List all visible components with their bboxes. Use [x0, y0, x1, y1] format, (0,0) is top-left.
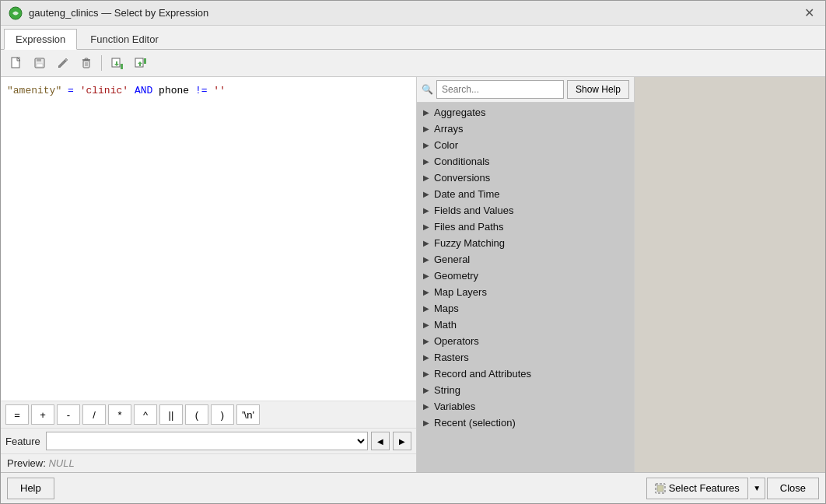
op-power-button[interactable]: ^: [134, 404, 157, 425]
feature-label: Feature: [5, 436, 43, 447]
function-group-label: Rasters: [434, 352, 469, 363]
function-group-item[interactable]: ▶Variables: [417, 398, 634, 415]
function-group-label: Arrays: [434, 123, 464, 135]
expand-arrow: ▶: [423, 402, 431, 411]
expand-arrow: ▶: [423, 337, 431, 345]
expand-arrow: ▶: [423, 320, 431, 329]
feature-next-button[interactable]: ▶: [393, 432, 411, 450]
operator-bar: = + - / * ^ || ( ) '\n': [1, 401, 416, 429]
op-minus-button[interactable]: -: [57, 404, 80, 425]
function-group-item[interactable]: ▶Date and Time: [417, 186, 634, 202]
new-button[interactable]: [5, 53, 27, 73]
function-group-label: Aggregates: [434, 107, 486, 118]
window-close-button[interactable]: ✕: [801, 5, 817, 20]
expand-arrow: ▶: [423, 190, 431, 198]
right-panel: [635, 77, 825, 472]
preview-value: NULL: [48, 457, 74, 469]
function-group-item[interactable]: ▶Map Layers: [417, 284, 634, 300]
preview-label: Preview:: [7, 457, 46, 469]
feature-prev-button[interactable]: ◀: [371, 432, 390, 450]
select-features-dropdown-button[interactable]: ▼: [750, 478, 765, 499]
function-group-label: Files and Paths: [434, 221, 504, 233]
new-icon: [10, 57, 23, 69]
function-list: ▶Aggregates▶Arrays▶Color▶Conditionals▶Co…: [417, 103, 634, 472]
tab-bar: Expression Function Editor: [1, 26, 825, 50]
function-group-item[interactable]: ▶Conversions: [417, 170, 634, 186]
function-group-label: String: [434, 384, 460, 396]
expand-arrow: ▶: [423, 418, 431, 427]
expand-arrow: ▶: [423, 271, 431, 280]
toolbar: [1, 50, 825, 77]
expand-arrow: ▶: [423, 157, 431, 166]
op-lparen-button[interactable]: (: [185, 404, 208, 425]
svg-rect-11: [121, 64, 123, 69]
function-group-label: Date and Time: [434, 188, 500, 200]
expand-arrow: ▶: [423, 222, 431, 231]
svg-rect-5: [83, 61, 89, 68]
export-button[interactable]: [129, 53, 151, 73]
svg-rect-15: [657, 485, 663, 492]
tab-expression[interactable]: Expression: [4, 29, 77, 50]
app-icon: [9, 6, 23, 20]
function-group-item[interactable]: ▶Recent (selection): [417, 415, 634, 431]
help-button[interactable]: Help: [7, 478, 54, 499]
main-window: gauteng_clinics — Select by Expression ✕…: [0, 0, 826, 504]
expand-arrow: ▶: [423, 386, 431, 394]
preview-bar: Preview: NULL: [1, 454, 416, 472]
show-help-button[interactable]: Show Help: [567, 80, 629, 99]
function-group-item[interactable]: ▶Conditionals: [417, 153, 634, 170]
delete-icon: [80, 57, 93, 69]
function-group-item[interactable]: ▶Fields and Values: [417, 202, 634, 219]
svg-rect-3: [37, 58, 41, 61]
expand-arrow: ▶: [423, 124, 431, 133]
export-icon: [134, 57, 146, 69]
toolbar-separator: [101, 55, 102, 71]
op-plus-button[interactable]: +: [31, 404, 54, 425]
function-group-item[interactable]: ▶Rasters: [417, 349, 634, 366]
feature-bar: Feature ◀ ▶: [1, 429, 416, 454]
expand-arrow: ▶: [423, 141, 431, 149]
function-group-item[interactable]: ▶Color: [417, 137, 634, 153]
import-icon: [110, 57, 123, 69]
expand-arrow: ▶: [423, 108, 431, 117]
function-group-item[interactable]: ▶Fuzzy Matching: [417, 235, 634, 251]
op-concat-button[interactable]: ||: [159, 404, 183, 425]
search-input[interactable]: [436, 80, 564, 99]
delete-button[interactable]: [75, 53, 97, 73]
function-group-item[interactable]: ▶Arrays: [417, 121, 634, 137]
function-group-label: Color: [434, 139, 458, 151]
select-features-button[interactable]: Select Features: [646, 478, 748, 499]
function-group-label: Fuzzy Matching: [434, 237, 505, 249]
op-newline-button[interactable]: '\n': [236, 404, 260, 425]
function-group-item[interactable]: ▶Maps: [417, 300, 634, 317]
svg-rect-7: [85, 58, 88, 60]
function-group-item[interactable]: ▶Math: [417, 317, 634, 333]
function-group-label: Math: [434, 319, 457, 331]
svg-rect-4: [37, 64, 43, 67]
function-group-label: Variables: [434, 401, 475, 412]
function-group-item[interactable]: ▶Geometry: [417, 268, 634, 284]
op-divide-button[interactable]: /: [82, 404, 106, 425]
function-group-item[interactable]: ▶General: [417, 251, 634, 268]
function-group-label: Fields and Values: [434, 205, 513, 216]
import-button[interactable]: [106, 53, 128, 73]
function-group-item[interactable]: ▶Aggregates: [417, 104, 634, 121]
expand-arrow: ▶: [423, 173, 431, 182]
function-group-label: Record and Attributes: [434, 368, 531, 380]
function-group-item[interactable]: ▶Operators: [417, 333, 634, 349]
edit-button[interactable]: [52, 53, 74, 73]
edit-icon: [57, 57, 69, 69]
function-group-label: Maps: [434, 303, 459, 314]
expression-area[interactable]: "amenity" = 'clinic' AND phone != '': [1, 77, 416, 401]
close-button[interactable]: Close: [767, 478, 819, 499]
function-group-item[interactable]: ▶Record and Attributes: [417, 366, 634, 382]
function-group-item[interactable]: ▶Files and Paths: [417, 219, 634, 235]
feature-dropdown[interactable]: [46, 432, 368, 450]
function-group-item[interactable]: ▶String: [417, 382, 634, 398]
op-rparen-button[interactable]: ): [211, 404, 234, 425]
save-button[interactable]: [29, 53, 51, 73]
op-multiply-button[interactable]: *: [108, 404, 131, 425]
tab-function-editor[interactable]: Function Editor: [79, 29, 170, 49]
op-equals-button[interactable]: =: [5, 404, 29, 425]
expand-arrow: ▶: [423, 239, 431, 247]
